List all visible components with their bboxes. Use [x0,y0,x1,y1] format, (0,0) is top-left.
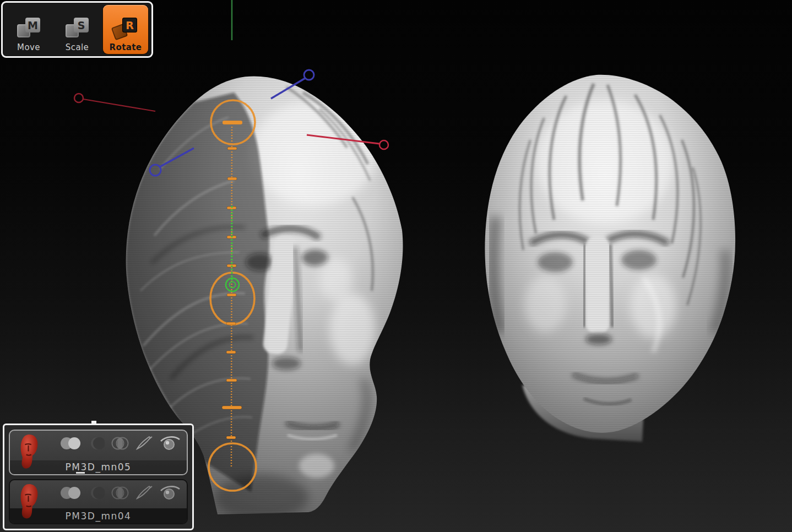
subtool-item-pm3d-mn05[interactable]: PM3D_mn05 [9,430,188,475]
subtool-thumbnail-red-head[interactable] [17,433,41,471]
pair-circles-icon[interactable] [58,436,84,451]
crescent-icon[interactable] [89,485,105,501]
move-label: Move [17,43,40,52]
brush-icon[interactable] [135,485,154,501]
panel-notch [91,421,96,424]
visibility-eye-icon[interactable] [159,435,181,452]
pair-circles-icon[interactable] [58,485,84,501]
rotate-icon: R [113,17,138,42]
subtool-item-pm3d-mn04[interactable]: PM3D_mn04 [9,479,188,525]
scale-icon: S [64,17,90,42]
rotate-button[interactable]: R Rotate [103,5,148,54]
subtool-panel: PM3D_mn05 [3,424,194,530]
subtool-icon-row [58,485,181,501]
scale-label: Scale [66,43,89,52]
rotate-icon-letter: R [122,18,137,32]
crescent-icon[interactable] [89,436,105,451]
sculpted-head-right[interactable] [478,68,740,448]
transform-toolbar: M Move S Scale R Rotate [1,1,153,58]
visibility-eye-icon[interactable] [159,485,181,501]
move-icon: M [16,17,41,42]
scale-icon-letter: S [74,18,89,32]
intersection-icon[interactable] [110,485,130,501]
intersection-icon[interactable] [110,436,130,451]
move-icon-letter: M [25,18,40,32]
scale-button[interactable]: S Scale [55,5,100,54]
subtool-thumbnail-red-head[interactable] [17,482,41,521]
rename-cursor [76,472,85,474]
subtool-icon-row [58,435,181,452]
rotate-label: Rotate [110,43,142,52]
move-button[interactable]: M Move [6,5,51,54]
head-right-shading [478,68,740,448]
viewport-3d[interactable]: M Move S Scale R Rotate [0,0,792,532]
brush-icon[interactable] [135,436,154,451]
